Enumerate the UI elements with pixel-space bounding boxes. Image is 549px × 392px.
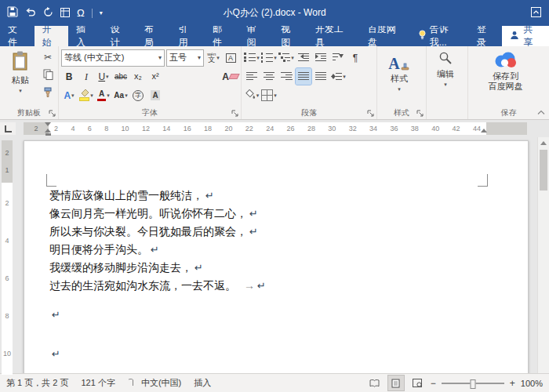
symbol-button[interactable]: Ω: [77, 8, 85, 18]
tab-review[interactable]: 审阅: [239, 26, 274, 46]
highlight-color-button[interactable]: ▾: [78, 87, 94, 103]
line-spacing-button[interactable]: ▾: [330, 68, 346, 85]
left-indent-marker[interactable]: [45, 133, 51, 136]
word-count[interactable]: 121 个字: [81, 377, 115, 389]
numbering-button[interactable]: ▾: [261, 49, 277, 66]
styles-button[interactable]: A 样式 ▾: [380, 49, 419, 107]
multilevel-list-button[interactable]: ▾: [278, 49, 294, 66]
distribute-button[interactable]: [313, 68, 329, 85]
copy-icon: [43, 69, 53, 82]
scroll-up-button[interactable]: [538, 137, 549, 148]
superscript-button[interactable]: x²: [147, 68, 163, 85]
borders-button[interactable]: ▾: [261, 87, 277, 103]
redo-button[interactable]: [43, 6, 53, 20]
vertical-scrollbar[interactable]: [537, 137, 549, 373]
text-effects-button[interactable]: A▾: [61, 87, 77, 103]
share-button[interactable]: 共享: [502, 26, 549, 46]
save-to-baidu-button[interactable]: 保存到百度网盘: [471, 49, 540, 107]
clear-formatting-button[interactable]: A: [222, 68, 238, 85]
save-button[interactable]: [7, 6, 18, 20]
tab-file[interactable]: 文件: [0, 26, 35, 46]
enclose-character-button[interactable]: 字: [130, 87, 146, 103]
tell-me-box[interactable]: 告诉我...: [413, 26, 470, 46]
tab-design[interactable]: 设计: [103, 26, 137, 46]
bullets-button[interactable]: ▾: [244, 49, 260, 66]
cut-button[interactable]: ✂: [40, 49, 56, 65]
horizontal-ruler[interactable]: 2 24681012141618202224262830323436384042…: [0, 120, 549, 137]
clipboard-dialog-launcher[interactable]: [49, 110, 56, 118]
tab-selector[interactable]: [0, 122, 16, 135]
tab-mailings[interactable]: 邮件: [205, 26, 239, 46]
tab-baidu-netdisk[interactable]: 百度网盘: [360, 26, 413, 46]
editing-button[interactable]: 编辑 ▾: [429, 49, 462, 107]
format-painter-button[interactable]: [40, 85, 56, 101]
ribbon-display-options-button[interactable]: [531, 6, 541, 20]
phonetic-guide-button[interactable]: wén文▾: [205, 49, 221, 66]
character-shading-button[interactable]: A: [147, 87, 163, 103]
shading-button[interactable]: ▾: [244, 87, 260, 103]
sign-in-button[interactable]: 登录: [470, 26, 502, 46]
increase-indent-button[interactable]: [313, 49, 329, 66]
right-indent-marker[interactable]: [481, 129, 487, 132]
read-mode-button[interactable]: [367, 376, 383, 390]
sort-button[interactable]: [330, 49, 346, 66]
paragraph-line: 过去的生活宛如沟水东流，一去不返。→↵: [49, 277, 500, 295]
justify-button[interactable]: [296, 68, 311, 85]
show-marks-button[interactable]: ¶: [347, 49, 363, 66]
zoom-level[interactable]: 100%: [521, 379, 543, 388]
paste-button[interactable]: 粘贴 ▾: [2, 49, 38, 107]
language-indicator[interactable]: 中文(中国): [128, 377, 181, 389]
font-name-combo[interactable]: 等线 (中文正文)▾: [61, 49, 165, 67]
bold-button[interactable]: B: [61, 68, 77, 85]
ruler-number: 32: [349, 125, 357, 132]
strikethrough-button[interactable]: abc: [113, 68, 129, 85]
tab-references[interactable]: 引用: [171, 26, 205, 46]
tab-view[interactable]: 视图: [273, 26, 307, 46]
document-text[interactable]: 爱情应该像山上的雪一般纯洁，↵ 像云间月亮一样光明。听说你怀有二心，↵ 所以来与…: [49, 187, 500, 363]
vertical-ruler[interactable]: 2 1 246810: [0, 137, 14, 373]
tab-developer[interactable]: 开发工具: [307, 26, 360, 46]
scrollbar-thumb[interactable]: [540, 150, 547, 191]
change-case-button[interactable]: Aa▾: [113, 87, 129, 103]
collapse-ribbon-button[interactable]: [537, 107, 545, 117]
print-layout-button[interactable]: [388, 376, 404, 390]
zoom-slider-thumb[interactable]: [470, 379, 475, 389]
zoom-out-button[interactable]: −: [431, 378, 436, 389]
paragraph-dialog-launcher[interactable]: [367, 110, 375, 118]
tab-layout[interactable]: 布局: [136, 26, 171, 46]
copy-button[interactable]: [40, 67, 56, 83]
undo-button[interactable]: [25, 6, 36, 20]
chevron-down-icon: ▾: [156, 54, 162, 61]
distribute-icon: [315, 71, 327, 82]
ruler-number: 8: [5, 313, 9, 320]
first-line-indent-marker[interactable]: [45, 122, 51, 126]
web-layout-button[interactable]: [409, 376, 425, 390]
font-dialog-launcher[interactable]: [231, 110, 239, 118]
hanging-indent-marker[interactable]: [45, 129, 51, 132]
addin-quick-icon[interactable]: [60, 6, 70, 20]
page[interactable]: 爱情应该像山上的雪一般纯洁，↵ 像云间月亮一样光明。听说你怀有二心，↵ 所以来与…: [24, 140, 529, 373]
decrease-indent-button[interactable]: [296, 49, 311, 66]
character-border-button[interactable]: A: [223, 49, 238, 66]
font-size-combo[interactable]: 五号▾: [166, 49, 204, 67]
align-center-button[interactable]: [261, 68, 277, 85]
font-color-button[interactable]: A▾: [96, 87, 111, 103]
increase-indent-icon: [315, 53, 327, 63]
document-pane[interactable]: 爱情应该像山上的雪一般纯洁，↵ 像云间月亮一样光明。听说你怀有二心，↵ 所以来与…: [14, 137, 537, 373]
ruler-right-margin: [486, 122, 527, 135]
subscript-button[interactable]: x₂: [130, 68, 146, 85]
italic-button[interactable]: I: [78, 68, 94, 85]
zoom-in-button[interactable]: +: [510, 378, 515, 389]
customize-qat-button[interactable]: ▾: [100, 9, 103, 16]
insert-mode-indicator[interactable]: 插入: [194, 377, 211, 389]
align-center-icon: [264, 71, 275, 82]
page-indicator[interactable]: 第 1 页，共 2 页: [6, 377, 68, 389]
align-right-button[interactable]: [278, 68, 294, 85]
align-left-button[interactable]: [244, 68, 260, 85]
zoom-slider[interactable]: [442, 383, 504, 384]
tab-home[interactable]: 开始: [35, 26, 69, 46]
styles-dialog-launcher[interactable]: [416, 110, 424, 118]
ruler-number: 6: [5, 275, 9, 282]
tab-insert[interactable]: 插入: [68, 26, 103, 46]
underline-button[interactable]: U▾: [96, 68, 111, 85]
